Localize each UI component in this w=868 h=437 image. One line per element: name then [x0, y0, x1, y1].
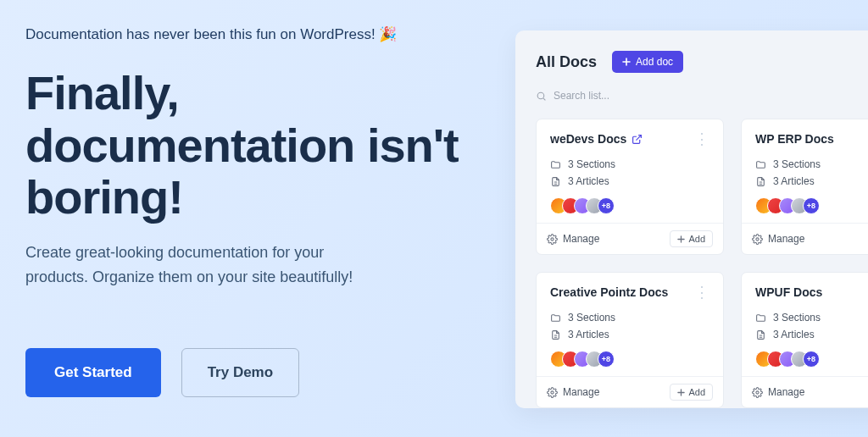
folder-icon	[755, 313, 766, 324]
file-icon	[755, 329, 766, 340]
add-button[interactable]: Add	[670, 384, 713, 401]
hero-subhead: Create great-looking documentation for y…	[25, 241, 390, 290]
external-link-icon[interactable]	[632, 134, 643, 145]
card-title[interactable]: WPUF Docs	[755, 285, 822, 299]
contributors-avatars: +8	[550, 197, 709, 214]
plus-icon	[622, 58, 631, 66]
svg-point-2	[756, 237, 759, 240]
card-menu-icon[interactable]: ⋮	[694, 285, 709, 300]
manage-button[interactable]: Manage	[547, 386, 599, 398]
file-icon	[755, 176, 766, 187]
doc-card: Creative Pointz Docs ⋮ 3 Sections 3 Arti…	[536, 272, 724, 408]
manage-label: Manage	[768, 386, 804, 398]
folder-icon	[550, 313, 561, 324]
gear-icon	[752, 387, 763, 398]
sections-count: 3 Sections	[568, 312, 615, 324]
card-title-text: WPUF Docs	[755, 285, 822, 299]
add-label: Add	[688, 387, 705, 397]
folder-icon	[550, 159, 561, 170]
add-doc-button[interactable]: Add doc	[612, 51, 683, 73]
manage-label: Manage	[563, 386, 599, 398]
try-demo-button[interactable]: Try Demo	[181, 348, 299, 397]
contributors-avatars: +8	[550, 351, 709, 368]
file-icon	[550, 329, 561, 340]
card-title[interactable]: WP ERP Docs	[755, 132, 834, 146]
contributors-avatars: +8	[755, 197, 868, 214]
sections-count: 3 Sections	[773, 312, 821, 324]
articles-count: 3 Articles	[773, 329, 815, 340]
plus-icon	[677, 389, 685, 396]
card-menu-icon[interactable]: ⋮	[694, 131, 709, 147]
hero-headline: Finally, documentation isn't boring!	[25, 67, 475, 224]
svg-point-4	[756, 390, 759, 393]
articles-count: 3 Articles	[773, 175, 815, 187]
folder-icon	[755, 159, 766, 170]
doc-card: weDevs Docs ⋮ 3 Sections 3 Articles +8	[536, 119, 724, 255]
card-title[interactable]: Creative Pointz Docs	[550, 285, 668, 299]
add-doc-label: Add doc	[636, 56, 673, 68]
sections-count: 3 Sections	[773, 158, 821, 170]
manage-button[interactable]: Manage	[752, 386, 804, 398]
gear-icon	[547, 234, 558, 245]
plus-icon	[677, 235, 685, 243]
file-icon	[550, 176, 561, 187]
manage-button[interactable]: Manage	[752, 233, 804, 245]
doc-card: WPUF Docs ⋮ 3 Sections 3 Articles +8	[741, 272, 868, 408]
avatar-more-badge: +8	[598, 351, 615, 368]
articles-count: 3 Articles	[568, 329, 609, 340]
card-title[interactable]: weDevs Docs	[550, 132, 643, 146]
svg-point-3	[551, 390, 554, 393]
manage-label: Manage	[768, 233, 804, 245]
card-title-text: weDevs Docs	[550, 132, 626, 146]
search-placeholder: Search list...	[554, 90, 609, 102]
avatar-more-badge: +8	[598, 197, 615, 214]
get-started-button[interactable]: Get Started	[25, 348, 161, 397]
gear-icon	[752, 234, 763, 245]
search-icon	[536, 91, 547, 102]
avatar-more-badge: +8	[803, 197, 820, 214]
manage-button[interactable]: Manage	[547, 233, 599, 245]
svg-point-1	[551, 237, 554, 240]
sections-count: 3 Sections	[568, 158, 615, 170]
add-button[interactable]: Add	[670, 230, 713, 247]
gear-icon	[547, 387, 558, 398]
doc-card: WP ERP Docs ⋮ 3 Sections 3 Articles +8	[741, 119, 868, 255]
svg-point-0	[537, 92, 544, 99]
search-input[interactable]: Search list...	[536, 90, 868, 102]
card-title-text: WP ERP Docs	[755, 132, 834, 146]
contributors-avatars: +8	[755, 351, 868, 368]
add-label: Add	[688, 234, 705, 244]
docs-panel: All Docs Add doc Search list... weDevs D…	[515, 30, 868, 408]
hero-tagline: Documentation has never been this fun on…	[25, 25, 475, 43]
avatar-more-badge: +8	[803, 351, 820, 368]
card-title-text: Creative Pointz Docs	[550, 285, 668, 299]
manage-label: Manage	[563, 233, 599, 245]
panel-title: All Docs	[536, 53, 597, 71]
articles-count: 3 Articles	[568, 175, 609, 187]
